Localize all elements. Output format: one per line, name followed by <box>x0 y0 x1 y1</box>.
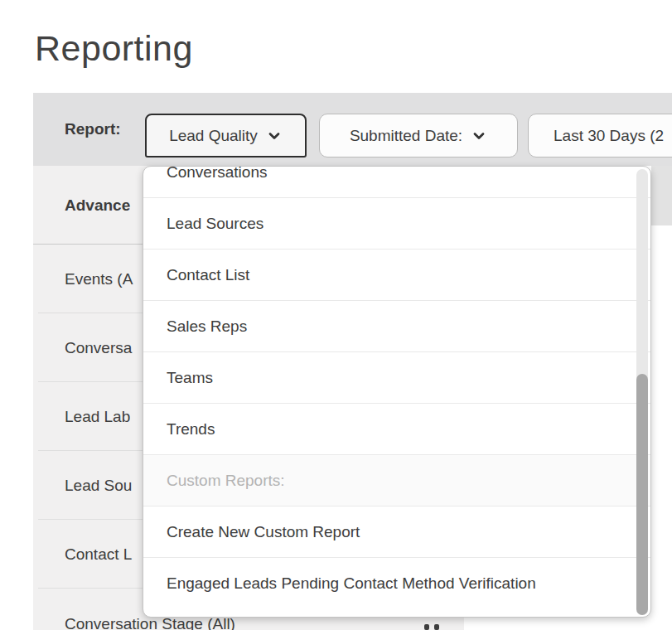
menu-scrollbar-thumb[interactable] <box>636 374 648 615</box>
report-type-value: Lead Quality <box>169 127 258 145</box>
menu-section-custom-reports: Custom Reports: <box>143 455 650 506</box>
chevron-down-icon <box>266 128 283 144</box>
menu-item-label: Conversations <box>143 166 267 182</box>
menu-item-label: Custom Reports: <box>143 472 285 490</box>
menu-item-sales-reps[interactable]: Sales Reps <box>143 301 650 352</box>
report-toolbar: Report: Lead Quality Submitted Date: Las… <box>33 93 672 166</box>
menu-item-label: Contact List <box>143 266 249 284</box>
filter-row-label: Lead Sou <box>33 477 132 495</box>
date-range-dropdown[interactable]: Last 30 Days (2 <box>528 114 672 158</box>
menu-item-engaged-leads-pending-contact-method-verification[interactable]: Engaged Leads Pending Contact Method Ver… <box>143 558 650 609</box>
filter-row-label: Advance <box>33 196 130 215</box>
menu-item-label: Lead Sources <box>143 215 263 233</box>
menu-item-contact-list[interactable]: Contact List <box>143 250 650 301</box>
filter-row-label: Contact L <box>33 545 132 564</box>
chevron-down-icon <box>471 128 487 144</box>
date-field-dropdown[interactable]: Submitted Date: <box>319 114 518 158</box>
menu-item-label: Teams <box>143 369 213 387</box>
menu-item-create-new-custom-report[interactable]: Create New Custom Report <box>143 506 650 558</box>
date-field-value: Submitted Date: <box>350 127 462 145</box>
double-dots-icon <box>424 624 439 630</box>
report-type-dropdown[interactable]: Lead Quality <box>145 114 307 158</box>
menu-item-trends[interactable]: Trends <box>143 404 650 455</box>
date-range-value: Last 30 Days (2 <box>554 127 664 145</box>
menu-item-lead-sources[interactable]: Lead Sources <box>143 198 650 250</box>
filter-row-label: Lead Lab <box>33 408 130 426</box>
reporting-page: Reporting Report: Lead Quality Submitted… <box>0 0 672 630</box>
menu-scrollbar-track[interactable] <box>636 169 648 612</box>
menu-item-label: Trends <box>143 420 215 439</box>
menu-item-teams[interactable]: Teams <box>143 352 650 404</box>
menu-item-conversations[interactable]: Conversations <box>143 166 650 198</box>
menu-item-label: Engaged Leads Pending Contact Method Ver… <box>143 574 536 593</box>
menu-item-label: Create New Custom Report <box>143 523 360 541</box>
report-type-menu: Conversations Lead Sources Contact List … <box>143 166 651 618</box>
background-fragment <box>651 166 672 225</box>
report-type-menu-list: Conversations Lead Sources Contact List … <box>143 166 650 609</box>
filter-row-label: Conversa <box>33 339 132 357</box>
menu-item-label: Sales Reps <box>143 317 247 336</box>
page-title: Reporting <box>35 28 193 69</box>
report-label: Report: <box>65 93 121 166</box>
filter-row-label: Events (A <box>33 270 133 288</box>
